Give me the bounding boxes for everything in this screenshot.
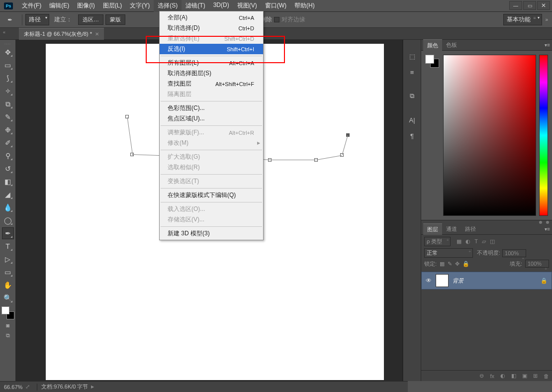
menuitem-所有图层L[interactable]: 所有图层(L)Alt+Ctrl+A [160, 58, 263, 68]
menu-文字[interactable]: 文字(Y) [126, 0, 154, 12]
layer-action-3[interactable]: ◧ [511, 373, 516, 379]
panel-menu-icon[interactable]: ▾≡ [545, 42, 550, 48]
lasso-tool[interactable]: ⟆ [2, 72, 14, 84]
layers-panel-menu-icon[interactable]: ▾≡ [545, 226, 550, 232]
menu-图层[interactable]: 图层(L) [99, 0, 126, 12]
menu-滤镜[interactable]: 滤镜(T) [182, 0, 209, 12]
menu-编辑[interactable]: 编辑(E) [45, 0, 73, 12]
panel-tab-图层[interactable]: 图层 [423, 223, 442, 235]
history-brush-tool[interactable]: ↺ [2, 163, 14, 175]
lock-transparency-icon[interactable]: ▩ [440, 261, 445, 267]
workspace-switcher[interactable]: 基本功能 [503, 14, 542, 25]
layer-row-background[interactable]: 👁 背景 🔒 [421, 272, 552, 290]
status-arrow-icon[interactable]: ▶ [91, 385, 94, 389]
toolbox-grip[interactable]: ···· [4, 42, 11, 46]
status-expand-icon[interactable]: ⤢ [25, 384, 30, 390]
color-swatches[interactable] [1, 306, 14, 319]
blur-tool[interactable]: 💧 [2, 201, 14, 213]
crop-tool[interactable]: ⧉ [2, 98, 14, 110]
menu-选择[interactable]: 选择(S) [154, 0, 182, 12]
layer-filter-kind[interactable]: ρ 类型 [424, 237, 451, 246]
dodge-tool[interactable]: ◯ [2, 214, 14, 226]
lock-paint-icon[interactable]: ✎ [448, 261, 452, 267]
dock-icon-4[interactable]: ¶ [405, 129, 419, 142]
filter-smart-icon[interactable]: ◫ [490, 238, 495, 245]
document-info[interactable]: 文档:976.6K/0 字节 [41, 383, 88, 391]
quickmask-toggle[interactable]: ◙ [3, 321, 13, 329]
screenmode-toggle[interactable]: ⧉ [3, 331, 13, 339]
menuitem-焦点区域U[interactable]: 焦点区域(U)... [160, 113, 263, 124]
zoom-level[interactable]: 66.67% [4, 384, 22, 390]
active-tool-icon[interactable]: ✒ [4, 14, 16, 25]
zoom-tool[interactable]: 🔍 [2, 292, 14, 304]
dock-icon-2[interactable]: ⧉ [405, 90, 419, 102]
healing-tool[interactable]: ❉ [2, 124, 14, 136]
layer-action-5[interactable]: ⊞ [533, 373, 538, 379]
menu-图像[interactable]: 图像(I) [73, 0, 98, 12]
menuitem-取消选择图层S[interactable]: 取消选择图层(S) [160, 68, 263, 79]
menuitem-取消选择D[interactable]: 取消选择(D)Ctrl+D [160, 23, 263, 33]
dock-icon-3[interactable]: A| [405, 113, 419, 126]
layer-name[interactable]: 背景 [453, 277, 463, 285]
hand-tool[interactable]: ✋ [2, 279, 14, 291]
align-edges-checkbox[interactable] [274, 17, 279, 22]
menuitem-新建3D模型3[interactable]: 新建 3D 模型(3) [160, 228, 263, 239]
mini-foreground[interactable] [425, 55, 434, 64]
lock-position-icon[interactable]: ✥ [455, 261, 460, 267]
filter-type-icon[interactable]: T [474, 238, 478, 245]
lock-all-icon[interactable]: 🔒 [462, 261, 469, 267]
collapse-options-icon[interactable]: » [545, 17, 548, 22]
dock-icon-1[interactable]: ≡ [405, 66, 419, 79]
panel-tab-路径[interactable]: 路径 [461, 223, 480, 235]
mini-swatches[interactable] [425, 55, 440, 216]
hue-slider[interactable] [539, 55, 548, 216]
panel-tab-通道[interactable]: 通道 [442, 223, 461, 235]
marquee-tool[interactable]: ▭ [2, 59, 14, 71]
document-tab[interactable]: 未标题-1 @ 66.7%(灰色/8) * ✕ [19, 28, 104, 40]
tab-close-icon[interactable]: ✕ [95, 31, 99, 37]
layer-action-1[interactable]: fx [490, 373, 494, 379]
menuitem-色彩范围C[interactable]: 色彩范围(C)... [160, 103, 263, 113]
toolbox-collapse-icon[interactable]: « [3, 30, 5, 35]
eraser-tool[interactable]: ◧ [2, 176, 14, 188]
menuitem-查找图层[interactable]: 查找图层Alt+Shift+Ctrl+F [160, 79, 263, 89]
lock-icon[interactable]: 🔒 [541, 278, 548, 284]
menu-视图[interactable]: 视图(V) [233, 0, 261, 12]
layer-thumbnail[interactable] [436, 274, 449, 287]
layer-action-0[interactable]: ⊖ [479, 373, 484, 379]
filter-adjust-icon[interactable]: ◐ [465, 238, 470, 245]
eyedropper-tool[interactable]: ✎ [2, 111, 14, 123]
opacity-field[interactable]: 100% [502, 249, 526, 257]
color-field[interactable] [443, 55, 536, 216]
layer-action-4[interactable]: ▣ [522, 373, 527, 379]
menu-窗口[interactable]: 窗口(W) [261, 0, 290, 12]
menuitem-在快速蒙版模式下编辑Q[interactable]: 在快速蒙版模式下编辑(Q) [160, 190, 263, 200]
type-tool[interactable]: T [2, 240, 14, 252]
layer-action-2[interactable]: ◐ [500, 373, 505, 379]
move-tool[interactable]: ✥ [2, 46, 14, 58]
layer-filter-icons[interactable]: ▦ ◐ T ▱ ◫ [457, 238, 495, 245]
brush-tool[interactable]: ✐ [2, 137, 14, 149]
stamp-tool[interactable]: ⚲ [2, 150, 14, 162]
visibility-icon[interactable]: 👁 [426, 277, 432, 284]
menu-3d[interactable]: 3D(D) [209, 0, 233, 12]
menuitem-全部A[interactable]: 全部(A)Ctrl+A [160, 12, 263, 23]
blend-mode-dropdown[interactable]: 正常 [424, 248, 473, 258]
make-selection-button[interactable]: 选区… [78, 14, 103, 25]
shape-tool[interactable]: ▭ [2, 266, 14, 278]
color-tab[interactable]: 颜色 [423, 39, 442, 51]
pen-tool[interactable]: ✒ [2, 227, 14, 239]
dock-icon-0[interactable]: ⬚ [405, 50, 419, 63]
minimize-button[interactable]: — [509, 1, 522, 10]
close-button[interactable]: ✕ [537, 1, 550, 10]
menu-文件[interactable]: 文件(F) [18, 0, 45, 12]
filter-pixel-icon[interactable]: ▦ [457, 238, 461, 245]
swatches-tab[interactable]: 色板 [442, 39, 461, 51]
fill-field[interactable]: 100% [525, 260, 549, 268]
path-mode-dropdown[interactable]: 路径 [25, 14, 49, 25]
make-mask-button[interactable]: 蒙版 [105, 14, 125, 25]
layer-action-6[interactable]: 🗑 [544, 373, 549, 379]
quick-select-tool[interactable]: ✧ [2, 85, 14, 97]
menu-帮助[interactable]: 帮助(H) [290, 0, 319, 12]
gradient-tool[interactable]: ◢ [2, 189, 14, 200]
